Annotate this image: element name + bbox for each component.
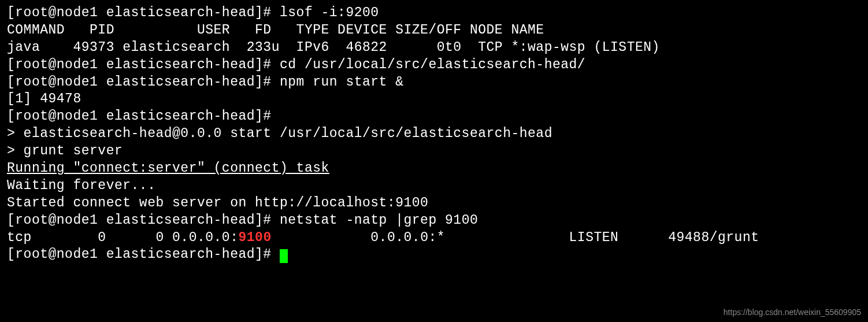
terminal-cursor[interactable] <box>280 249 288 263</box>
job-output: [1] 49478 <box>7 91 861 108</box>
shell-command: cd /usr/local/src/elasticsearch-head/ <box>280 57 585 72</box>
terminal-line: [root@node1 elasticsearch-head]# netstat… <box>7 212 861 230</box>
shell-prompt: [root@node1 elasticsearch-head]# <box>7 108 861 125</box>
grunt-output: Waiting forever... <box>7 177 861 195</box>
netstat-pre: tcp 0 0 0.0.0.0: <box>7 230 238 245</box>
watermark-text: https://blog.csdn.net/weixin_55609905 <box>724 307 861 317</box>
terminal-line[interactable]: [root@node1 elasticsearch-head]# <box>7 246 861 264</box>
netstat-row: tcp 0 0 0.0.0.0:9100 0.0.0.0:* LISTEN 49… <box>7 230 861 247</box>
lsof-header: COMMAND PID USER FD TYPE DEVICE SIZE/OFF… <box>7 22 861 39</box>
lsof-row: java 49373 elasticsearch 233u IPv6 46822… <box>7 39 861 57</box>
shell-prompt: [root@node1 elasticsearch-head]# <box>7 247 280 262</box>
shell-prompt: [root@node1 elasticsearch-head]# <box>7 57 280 72</box>
shell-command: npm run start & <box>280 75 404 90</box>
npm-output: > elasticsearch-head@0.0.0 start /usr/lo… <box>7 125 861 143</box>
netstat-port-highlight: 9100 <box>238 230 271 245</box>
shell-prompt: [root@node1 elasticsearch-head]# <box>7 75 280 90</box>
shell-prompt: [root@node1 elasticsearch-head]# <box>7 5 280 20</box>
terminal-line: [root@node1 elasticsearch-head]# npm run… <box>7 74 861 91</box>
terminal-line: [root@node1 elasticsearch-head]# cd /usr… <box>7 57 861 74</box>
grunt-output: Started connect web server on http://loc… <box>7 195 861 212</box>
netstat-rest: 0.0.0.0:* LISTEN 49488/grunt <box>272 230 759 245</box>
grunt-task-header: Running "connect:server" (connect) task <box>7 160 861 177</box>
shell-command: netstat -natp |grep 9100 <box>280 213 478 228</box>
npm-output: > grunt server <box>7 143 861 160</box>
shell-command: lsof -i:9200 <box>280 5 379 20</box>
shell-prompt: [root@node1 elasticsearch-head]# <box>7 213 280 228</box>
terminal-line: [root@node1 elasticsearch-head]# lsof -i… <box>7 5 861 22</box>
